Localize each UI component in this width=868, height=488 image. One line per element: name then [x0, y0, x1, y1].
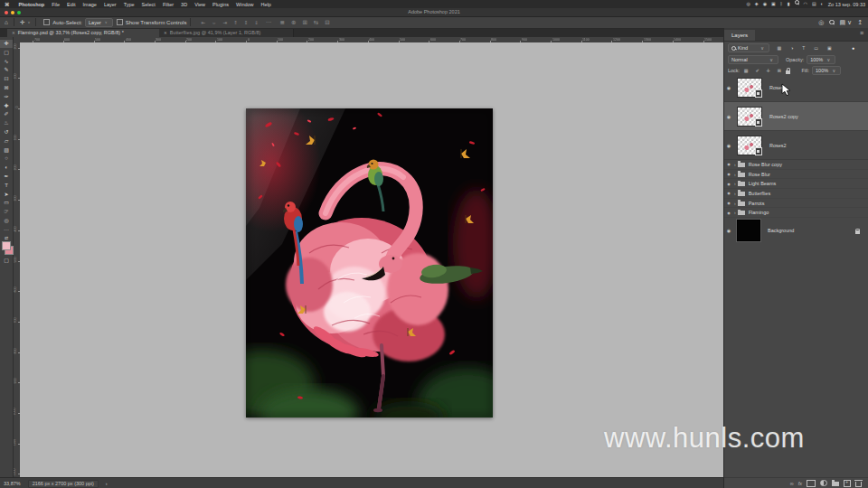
- layer-row[interactable]: ◉Roses: [724, 73, 868, 102]
- menu-item-type[interactable]: Type: [120, 2, 138, 7]
- filter-adjustment-icon[interactable]: ◑: [790, 45, 793, 51]
- opacity-dropdown[interactable]: 100% ∨: [807, 55, 835, 64]
- marquee-tool[interactable]: ▢: [0, 49, 13, 57]
- frame-tool[interactable]: ⊠: [0, 84, 13, 92]
- home-screen-button[interactable]: ⌂: [3, 19, 10, 25]
- menu-item-filter[interactable]: Filter: [159, 2, 177, 7]
- menu-item-image[interactable]: Image: [80, 2, 100, 7]
- add-layer-mask-button[interactable]: [807, 480, 816, 487]
- bluetooth-icon[interactable]: ᛒ: [780, 0, 783, 8]
- input-source-icon[interactable]: ▣: [771, 0, 776, 8]
- group-name[interactable]: Rose Blur copy: [749, 162, 782, 167]
- type-tool[interactable]: T: [0, 182, 13, 190]
- group-name[interactable]: Rose Blur: [749, 172, 770, 177]
- 3d-mode-roll-icon[interactable]: ⊞: [300, 19, 308, 26]
- auto-select-target-dropdown[interactable]: Layer ∨: [85, 18, 113, 27]
- visibility-eye-icon[interactable]: ◉: [724, 114, 733, 119]
- visibility-eye-icon[interactable]: ◉: [724, 182, 733, 186]
- crop-tool[interactable]: ⊡: [0, 75, 13, 83]
- zoom-percentage-field[interactable]: 33,87%: [4, 481, 21, 486]
- align-left-icon[interactable]: ⇤: [199, 20, 207, 25]
- menu-item-file[interactable]: File: [48, 2, 63, 7]
- close-tab-icon[interactable]: ✕: [12, 31, 15, 35]
- panel-menu-icon[interactable]: ≡: [860, 30, 863, 36]
- visibility-eye-icon[interactable]: ◉: [724, 172, 733, 176]
- search-icon[interactable]: [829, 20, 834, 24]
- distribute-icon[interactable]: ≣: [278, 19, 286, 26]
- dodge-tool[interactable]: ◐: [0, 164, 13, 172]
- layer-group-row[interactable]: ◉›Butterflies: [724, 189, 868, 199]
- apple-menu-icon[interactable]: ⌘: [5, 2, 10, 7]
- visibility-eye-icon[interactable]: ◉: [724, 228, 733, 233]
- group-name[interactable]: Light Beams: [749, 181, 777, 186]
- delete-layer-button[interactable]: [855, 482, 863, 487]
- hand-tool[interactable]: ☞: [0, 208, 13, 216]
- siri-icon[interactable]: ◐: [821, 0, 824, 8]
- group-name[interactable]: Butterflies: [749, 191, 770, 196]
- rotate-view-icon[interactable]: ◎: [818, 19, 824, 26]
- layer-group-row[interactable]: ◉›Light Beams: [724, 179, 868, 189]
- menu-item-3d[interactable]: 3D: [177, 2, 191, 7]
- brush-tool[interactable]: ✐: [0, 110, 13, 118]
- layer-group-row[interactable]: ◉›Parrots: [724, 199, 868, 209]
- filter-smart-object-icon[interactable]: ▣: [827, 45, 832, 51]
- background-thumbnail[interactable]: [737, 220, 760, 241]
- wifi-icon[interactable]: ◠: [804, 0, 807, 8]
- link-layers-button[interactable]: ∞: [790, 478, 794, 488]
- expand-chevron-icon[interactable]: ›: [734, 210, 736, 215]
- share-image-icon[interactable]: ↥: [857, 19, 863, 26]
- layer-row[interactable]: ◉Roses2: [724, 131, 868, 160]
- document-tab-1[interactable]: ✕Flamingo.psd @ 33,7% (Roses2 copy, RGB/…: [7, 28, 169, 37]
- pen-tool[interactable]: ✒: [0, 173, 13, 181]
- 3d-mode-orbit-icon[interactable]: ⊕: [289, 19, 297, 26]
- layers-panel-tab[interactable]: Layers: [724, 30, 755, 41]
- align-center-v-icon[interactable]: ⇕: [242, 20, 250, 25]
- display-icon[interactable]: ◉: [763, 0, 767, 8]
- visibility-eye-icon[interactable]: ◉: [724, 211, 733, 215]
- menu-item-window[interactable]: Window: [232, 2, 258, 7]
- background-layer-row[interactable]: ◉Background: [724, 218, 868, 243]
- group-name[interactable]: Flamingo: [749, 210, 769, 215]
- group-name[interactable]: Parrots: [749, 201, 765, 206]
- control-center-icon[interactable]: ▤: [812, 0, 816, 8]
- filter-kind-dropdown[interactable]: Kind ∨: [728, 43, 769, 52]
- history-brush-tool[interactable]: ↺: [0, 128, 13, 136]
- align-right-icon[interactable]: ⇥: [222, 20, 230, 25]
- layer-thumbnail[interactable]: [737, 107, 762, 127]
- menu-item-edit[interactable]: Edit: [63, 2, 79, 7]
- 3d-mode-slide-icon[interactable]: ⊟: [323, 19, 331, 26]
- visibility-eye-icon[interactable]: ◉: [724, 201, 733, 205]
- filter-shape-icon[interactable]: ▭: [814, 45, 818, 51]
- zoom-tool[interactable]: ◎: [0, 217, 13, 225]
- align-top-icon[interactable]: ⇑: [231, 20, 240, 25]
- expand-chevron-icon[interactable]: ›: [734, 172, 736, 177]
- new-layer-button[interactable]: [844, 480, 851, 487]
- menu-item-view[interactable]: View: [191, 2, 209, 7]
- expand-chevron-icon[interactable]: ›: [734, 181, 736, 186]
- layer-group-row[interactable]: ◉›Flamingo: [724, 208, 868, 218]
- auto-select-checkbox[interactable]: [43, 19, 50, 25]
- blur-tool[interactable]: ○: [0, 155, 13, 163]
- gradient-tool[interactable]: ▨: [0, 146, 13, 155]
- layer-row[interactable]: ◉Roses2 copy: [724, 102, 868, 131]
- layer-group-row[interactable]: ◉›Rose Blur copy: [724, 160, 868, 170]
- close-tab-icon[interactable]: ✕: [164, 31, 167, 35]
- menubar-clock[interactable]: Zo 13 sep. 09:33: [828, 2, 865, 7]
- layer-thumbnail[interactable]: [737, 78, 762, 98]
- visibility-eye-icon[interactable]: ◉: [724, 162, 733, 166]
- eraser-tool[interactable]: ▱: [0, 137, 13, 145]
- status-chevron-icon[interactable]: ›: [106, 481, 108, 486]
- move-tool[interactable]: ✛: [0, 40, 13, 48]
- visibility-eye-icon[interactable]: ◉: [724, 85, 733, 90]
- menu-item-plugins[interactable]: Plugins: [209, 2, 232, 7]
- layer-name[interactable]: Background: [768, 228, 794, 233]
- eyedropper-tool[interactable]: ✑: [0, 93, 13, 101]
- record-icon[interactable]: ◎: [746, 0, 750, 8]
- expand-chevron-icon[interactable]: ›: [734, 201, 736, 206]
- adjustment-layer-button[interactable]: [820, 480, 827, 487]
- expand-chevron-icon[interactable]: ›: [734, 162, 736, 167]
- layer-group-row[interactable]: ◉›Rose Blur: [724, 170, 868, 180]
- filter-pixel-icon[interactable]: ▦: [778, 45, 782, 51]
- expand-chevron-icon[interactable]: ›: [734, 191, 736, 196]
- more-options-button[interactable]: ···: [264, 19, 274, 25]
